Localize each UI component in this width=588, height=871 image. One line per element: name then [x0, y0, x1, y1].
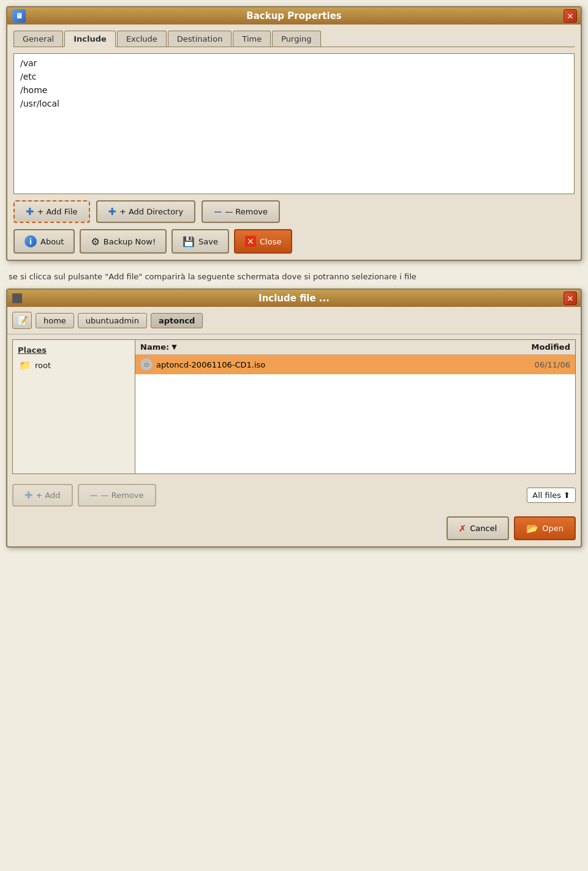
- app-icon: 🖥: [12, 9, 26, 23]
- root-folder-icon: 📁: [19, 360, 31, 371]
- tab-purging[interactable]: Purging: [272, 31, 320, 47]
- backup-now-icon: ⚙: [91, 236, 99, 247]
- places-panel: Places 📁 root: [13, 340, 135, 473]
- window2-close-button[interactable]: ✕: [564, 292, 577, 305]
- file-bottom-left: ✚ + Add — — Remove: [12, 484, 156, 507]
- modified-column-header[interactable]: Modified: [521, 342, 570, 352]
- path-ubuntuadmin[interactable]: ubuntuadmin: [78, 313, 147, 328]
- titlebar-backup: 🖥 Backup Properties ✕: [7, 7, 581, 25]
- file-add-icon: ✚: [24, 489, 32, 501]
- about-label: About: [40, 237, 64, 246]
- places-item-root[interactable]: 📁 root: [13, 356, 135, 374]
- cancel-label: Cancel: [470, 524, 497, 533]
- modified-column-label: Modified: [532, 342, 570, 352]
- save-label: Save: [198, 237, 218, 246]
- include-buttons-row: ✚ + Add File ✚ + Add Directory — — Remov…: [13, 200, 575, 223]
- action-buttons-row: i About ⚙ Backup Now! 💾 Save ✕ Close: [13, 229, 575, 254]
- tab-destination[interactable]: Destination: [168, 31, 232, 47]
- cancel-icon: ✗: [459, 523, 467, 534]
- close-action-icon: ✕: [245, 236, 256, 247]
- file-name-label: aptoncd-20061106-CD1.iso: [156, 360, 521, 369]
- add-directory-label: + Add Directory: [119, 207, 183, 216]
- add-file-button[interactable]: ✚ + Add File: [13, 200, 90, 223]
- list-item[interactable]: /var: [17, 56, 571, 70]
- window2-title: Include file ...: [258, 293, 330, 304]
- file-row[interactable]: ⊙ aptoncd-20061106-CD1.iso 06/11/06: [135, 355, 575, 374]
- include-list: /var /etc /home /usr/local: [13, 53, 575, 194]
- path-aptoncd[interactable]: aptoncd: [151, 313, 203, 328]
- file-modified-label: 06/11/06: [521, 360, 570, 369]
- list-item[interactable]: /home: [17, 83, 571, 97]
- path-home[interactable]: home: [36, 313, 74, 328]
- about-button[interactable]: i About: [13, 229, 75, 254]
- filter-select[interactable]: All files ⬆: [527, 488, 576, 503]
- remove-button[interactable]: — — Remove: [202, 200, 280, 223]
- remove-icon: —: [214, 207, 222, 216]
- tabs-bar: General Include Exclude Destination Time…: [13, 31, 575, 47]
- close-label: Close: [260, 237, 281, 246]
- file-remove-button[interactable]: — — Remove: [78, 484, 156, 507]
- open-folder-icon: 📂: [526, 522, 538, 534]
- dialog-button-row: ✗ Cancel 📂 Open: [7, 511, 581, 546]
- file-add-label: + Add: [36, 491, 60, 500]
- name-column-header[interactable]: Name: ▼: [140, 342, 521, 352]
- file-type-icon: ⊙: [140, 358, 153, 371]
- tab-exclude[interactable]: Exclude: [117, 31, 167, 47]
- file-browser-area: Places 📁 root Name: ▼ Modified ⊙ aptoncd…: [12, 339, 576, 474]
- open-button[interactable]: 📂 Open: [514, 516, 576, 540]
- cancel-button[interactable]: ✗ Cancel: [447, 516, 510, 540]
- file-remove-icon: —: [90, 491, 98, 500]
- close-button[interactable]: ✕ Close: [234, 229, 292, 254]
- save-button[interactable]: 💾 Save: [172, 229, 229, 254]
- path-bar: 📝 home ubuntuadmin aptoncd: [7, 307, 581, 334]
- remove-label: — Remove: [225, 207, 268, 216]
- file-bottom-right: All files ⬆: [527, 488, 576, 503]
- tab-include[interactable]: Include: [64, 31, 116, 47]
- add-file-icon: ✚: [26, 206, 34, 217]
- sort-arrow-icon: ▼: [172, 343, 176, 351]
- save-icon: 💾: [183, 236, 195, 247]
- file-add-button[interactable]: ✚ + Add: [12, 484, 73, 507]
- name-column-label: Name:: [140, 342, 169, 352]
- filter-label: All files: [532, 491, 561, 500]
- window-close-button[interactable]: ✕: [564, 9, 577, 23]
- places-header: Places: [13, 344, 135, 356]
- open-label: Open: [542, 524, 564, 533]
- list-item[interactable]: /usr/local: [17, 97, 571, 110]
- about-icon: i: [24, 235, 37, 247]
- path-edit-button[interactable]: 📝: [12, 312, 32, 329]
- add-directory-icon: ✚: [108, 206, 116, 217]
- files-panel: Name: ▼ Modified ⊙ aptoncd-20061106-CD1.…: [135, 340, 575, 473]
- add-directory-button[interactable]: ✚ + Add Directory: [96, 200, 196, 223]
- tab-time[interactable]: Time: [233, 31, 271, 47]
- window-title: Backup Properties: [246, 10, 341, 21]
- window2-icon: [12, 293, 22, 303]
- backup-properties-window: 🖥 Backup Properties ✕ General Include Ex…: [6, 6, 582, 261]
- include-file-window: Include file ... ✕ 📝 home ubuntuadmin ap…: [6, 288, 582, 548]
- list-item[interactable]: /etc: [17, 70, 571, 83]
- backup-now-button[interactable]: ⚙ Backup Now!: [80, 229, 167, 254]
- file-remove-label: — Remove: [101, 491, 144, 500]
- places-root-label: root: [35, 361, 51, 370]
- filter-arrow-icon: ⬆: [564, 491, 570, 500]
- tab-general[interactable]: General: [13, 31, 63, 47]
- add-file-label: + Add File: [37, 207, 77, 216]
- files-list-header: Name: ▼ Modified: [135, 340, 575, 355]
- description-text: se si clicca sul pulsante "Add file" com…: [6, 272, 582, 281]
- backup-now-label: Backup Now!: [104, 237, 156, 246]
- file-bottom-bar: ✚ + Add — — Remove All files ⬆: [7, 479, 581, 511]
- titlebar-include: Include file ... ✕: [7, 290, 581, 307]
